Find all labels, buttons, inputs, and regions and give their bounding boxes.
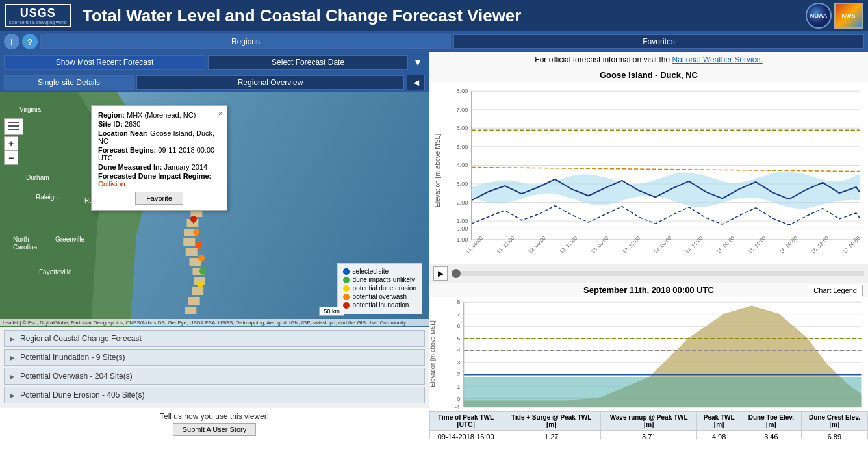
- play-button[interactable]: ▶: [433, 266, 448, 281]
- cell-crest: 6.89: [801, 431, 867, 440]
- zoom-controls: + −: [4, 136, 18, 165]
- popup-region-label: Region:: [98, 111, 125, 119]
- usgs-tagline: science for a changing world: [9, 20, 67, 25]
- forecast-label-overwash: Potential Overwash - 204 Site(s): [20, 372, 133, 381]
- bottom-chart-svg: Elevation [m above MSL] 8 7 6 5 4 3 2 1: [429, 297, 868, 411]
- scale-label: 50 km: [324, 308, 340, 314]
- help-button[interactable]: ?: [22, 34, 38, 49]
- legend-dot-unlikely: [343, 277, 350, 283]
- svg-text:Sep 16, 00:00: Sep 16, 00:00: [771, 235, 798, 253]
- forecast-label-regional: Regional Coastal Change Forecast: [20, 334, 142, 343]
- popup-dune-value: January 2014: [164, 163, 207, 171]
- usgs-text: USGS: [20, 6, 56, 20]
- map-legend: selected site dune impacts unlikely pote…: [337, 263, 422, 314]
- popup-dune-label: Dune Measured In:: [98, 163, 162, 171]
- usgs-logo: USGS science for a changing world: [5, 4, 71, 27]
- layer-button[interactable]: [4, 118, 23, 135]
- arrow-icon-regional: ▶: [10, 335, 15, 342]
- submit-story-button[interactable]: Submit A User Story: [173, 423, 256, 436]
- popup-location-label: Location Near:: [98, 129, 148, 137]
- map-area[interactable]: + − × Region: MHX (Morehead, NC) Site ID…: [0, 92, 429, 327]
- forecast-row-overwash[interactable]: ▶ Potential Overwash - 204 Site(s): [4, 368, 425, 385]
- svg-text:1.00: 1.00: [456, 218, 468, 224]
- legend-label-inundation: potential inundation: [353, 301, 409, 309]
- popup-region-value: MHX (Morehead, NC): [127, 111, 196, 119]
- single-site-tab[interactable]: Single-site Details: [4, 75, 134, 90]
- app-header: USGS science for a changing world Total …: [0, 0, 868, 31]
- right-panel: For official forecast information visit …: [429, 52, 868, 439]
- regional-overview-tab[interactable]: Regional Overview: [136, 75, 404, 90]
- regions-button[interactable]: Regions: [40, 34, 451, 49]
- playback-bar: ▶: [429, 264, 868, 283]
- select-date-button[interactable]: Select Forecast Date: [208, 55, 408, 70]
- data-table: Time of Peak TWL[UTC] Tide + Surge @ Pea…: [429, 411, 868, 439]
- svg-text:7: 7: [457, 311, 460, 318]
- svg-line-25: [472, 167, 860, 171]
- toolbar: i ? Regions Favorites: [0, 31, 868, 52]
- legend-overwash: potential overwash: [343, 293, 416, 300]
- scale-bar: 50 km: [319, 307, 344, 316]
- col-header-wave: Wave runup @ Peak TWL[m]: [601, 412, 697, 431]
- dropdown-icon[interactable]: ▼: [411, 57, 425, 68]
- arrow-icon-inundation: ▶: [10, 354, 15, 361]
- bottom-chart: Elevation [m above MSL] 8 7 6 5 4 3 2 1: [429, 297, 868, 411]
- svg-text:7.00: 7.00: [456, 107, 468, 113]
- col-header-crest: Dune Crest Elev.[m]: [801, 412, 867, 431]
- show-recent-button[interactable]: Show Most Recent Forecast: [4, 55, 205, 70]
- forecast-row-dune[interactable]: ▶ Potential Dune Erosion - 405 Site(s): [4, 387, 425, 403]
- cell-toe: 3.46: [741, 431, 802, 440]
- svg-rect-0: [8, 122, 19, 123]
- popup-siteid-value: 2630: [125, 120, 140, 128]
- back-button[interactable]: ◀: [407, 75, 425, 90]
- arrow-icon-overwash: ▶: [10, 373, 15, 380]
- col-header-tide: Tide + Surge @ Peak TWL[m]: [502, 412, 601, 431]
- popup-impact-value: Collision: [98, 180, 125, 188]
- main-content: Show Most Recent Forecast Select Forecas…: [0, 52, 868, 439]
- svg-text:Sep 14, 12:00: Sep 14, 12:00: [676, 235, 704, 253]
- legend-erosion: potential dune erosion: [343, 285, 416, 292]
- cell-tide: 1.27: [502, 431, 601, 440]
- svg-text:Elevation [m above MSL]: Elevation [m above MSL]: [429, 320, 436, 387]
- info-button[interactable]: i: [4, 34, 19, 49]
- tell-us-section: Tell us how you use this viewer! Submit …: [0, 408, 429, 439]
- svg-text:Sep 15, 12:00: Sep 15, 12:00: [739, 235, 767, 253]
- bottom-chart-date: September 11th, 2018 00:00 UTC: [583, 285, 714, 295]
- svg-text:5.00: 5.00: [456, 144, 468, 150]
- svg-text:Sep 17, 00:00: Sep 17, 00:00: [834, 235, 862, 253]
- table-row: 09-14-2018 16:00 1.27 3.71 4.98 3.46 6.8…: [430, 431, 868, 440]
- favorite-button[interactable]: Favorite: [135, 192, 183, 205]
- timeline-bar[interactable]: [452, 271, 864, 276]
- popup-close[interactable]: ×: [218, 109, 223, 118]
- svg-text:Sep 13, 12:00: Sep 13, 12:00: [614, 235, 642, 253]
- nws-link[interactable]: National Weather Service.: [672, 55, 763, 64]
- legend-label-selected: selected site: [353, 268, 389, 275]
- legend-label-unlikely: dune impacts unlikely: [353, 276, 415, 283]
- favorites-button[interactable]: Favorites: [453, 34, 864, 49]
- logo-area: USGS science for a changing world: [5, 4, 76, 27]
- cell-wave: 3.71: [601, 431, 697, 440]
- svg-text:Sep 12, 12:00: Sep 12, 12:00: [551, 235, 579, 253]
- official-notice-text: For official forecast information visit …: [535, 55, 670, 64]
- forecast-row-regional[interactable]: ▶ Regional Coastal Change Forecast: [4, 330, 425, 347]
- svg-rect-2: [8, 129, 19, 130]
- timeline-handle[interactable]: [452, 269, 461, 278]
- svg-text:Sep 15, 00:00: Sep 15, 00:00: [708, 235, 736, 253]
- svg-text:Sep 14, 00:00: Sep 14, 00:00: [645, 235, 673, 253]
- svg-text:2.00: 2.00: [456, 199, 468, 206]
- legend-dot-overwash: [343, 294, 350, 300]
- svg-text:8: 8: [457, 299, 460, 305]
- svg-text:-1: -1: [455, 404, 460, 411]
- svg-text:2: 2: [457, 372, 460, 378]
- cell-peak: 4.98: [697, 431, 741, 440]
- chart-title: Goose Island - Duck, NC: [429, 68, 868, 82]
- svg-text:Sep 12, 00:00: Sep 12, 00:00: [519, 235, 547, 253]
- zoom-out-button[interactable]: −: [4, 151, 18, 165]
- svg-text:6.00: 6.00: [456, 125, 468, 131]
- zoom-in-button[interactable]: +: [4, 136, 18, 151]
- page-title: Total Water Level and Coastal Change For…: [83, 6, 522, 26]
- forecast-row-inundation[interactable]: ▶ Potential Inundation - 9 Site(s): [4, 349, 425, 366]
- svg-text:5: 5: [457, 335, 460, 342]
- svg-text:4: 4: [457, 348, 460, 354]
- chart-legend-button[interactable]: Chart Legend: [808, 285, 863, 296]
- top-chart-svg: Elevation [m above MSL] 8.00 7.00 6.00 5…: [435, 84, 863, 253]
